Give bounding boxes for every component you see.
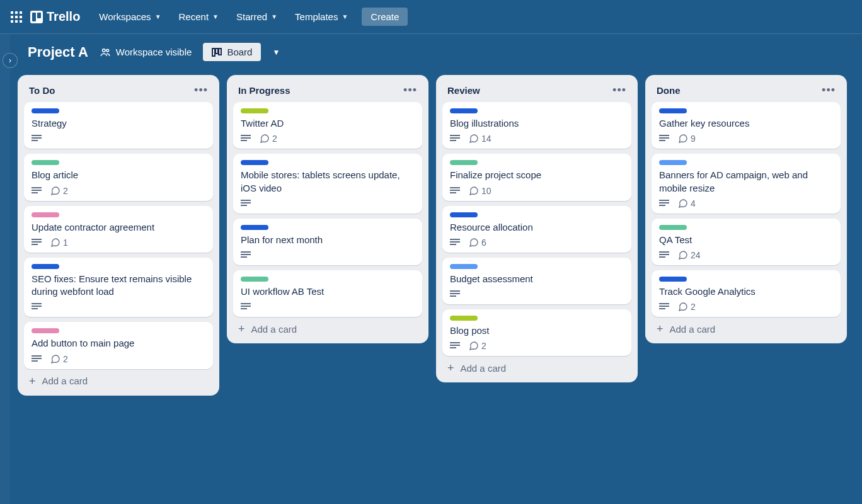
comments-badge: 10 (469, 186, 491, 196)
label-green[interactable] (32, 160, 59, 165)
comments-badge: 9 (678, 134, 696, 144)
card-labels (32, 264, 205, 269)
card[interactable]: Resource allocation6 (442, 206, 631, 253)
card[interactable]: Banners for AD campaign, web and mobile … (652, 154, 841, 214)
nav-starred[interactable]: Starred ▼ (230, 8, 284, 26)
svg-rect-6 (11, 20, 13, 23)
description-icon (659, 302, 669, 312)
nav-recent-label: Recent (179, 11, 209, 22)
nav-templates[interactable]: Templates ▼ (289, 8, 354, 26)
list-menu-button[interactable]: ••• (403, 84, 417, 97)
svg-rect-64 (659, 256, 665, 258)
plus-icon: + (238, 323, 245, 335)
label-blue[interactable] (32, 264, 59, 269)
list-title[interactable]: In Progress (238, 85, 290, 96)
card[interactable]: SEO fixes: Ensure text remains visible d… (24, 258, 213, 318)
add-card-button[interactable]: +Add a card (441, 356, 633, 376)
add-card-button[interactable]: +Add a card (23, 369, 214, 389)
chevron-down-icon: ▼ (212, 13, 219, 20)
card[interactable]: Gather key resources9 (652, 102, 841, 149)
label-yellowgreen[interactable] (450, 316, 478, 321)
visibility-label: Workspace visible (116, 47, 192, 57)
logo[interactable]: Trello (30, 9, 80, 24)
svg-rect-58 (659, 140, 665, 141)
expand-sidebar-button[interactable]: › (3, 53, 18, 68)
board-header: Project A Workspace visible Board ▼ (10, 34, 862, 70)
card[interactable]: Update contractor agreement1 (24, 206, 213, 253)
card-title: Strategy (32, 117, 205, 130)
label-pink[interactable] (32, 328, 59, 333)
card[interactable]: Budget assessment (442, 258, 631, 304)
svg-rect-52 (450, 295, 456, 297)
label-lightblue[interactable] (659, 160, 687, 165)
label-blue[interactable] (450, 212, 478, 217)
nav-recent[interactable]: Recent ▼ (173, 8, 225, 26)
label-green[interactable] (241, 277, 268, 282)
sidebar-collapsed: › (0, 34, 10, 504)
visibility-button[interactable]: Workspace visible (100, 47, 192, 58)
list-menu-button[interactable]: ••• (194, 84, 208, 97)
label-blue[interactable] (450, 108, 478, 113)
card-badges: 2 (450, 341, 624, 351)
card[interactable]: Add button to main page2 (24, 322, 213, 369)
card[interactable]: Strategy (24, 102, 213, 149)
card[interactable]: Blog article2 (24, 154, 213, 200)
nav-workspaces-label: Workspaces (99, 11, 151, 22)
card-title: Twitter AD (241, 117, 415, 130)
card-labels (241, 108, 415, 113)
card-labels (32, 328, 205, 333)
card[interactable]: Blog illustrations14 (442, 102, 631, 149)
card-title: Mobile stores: tablets screens update, i… (241, 169, 415, 195)
description-icon (32, 302, 42, 312)
card[interactable]: Mobile stores: tablets screens update, i… (233, 154, 422, 214)
logo-text: Trello (47, 9, 80, 24)
label-pink[interactable] (32, 212, 59, 217)
svg-rect-25 (32, 308, 38, 309)
card[interactable]: UI workflow AB Test (233, 270, 422, 317)
card-badges: 9 (659, 134, 833, 144)
app-switcher-icon[interactable] (10, 11, 23, 23)
label-blue[interactable] (32, 108, 59, 113)
view-switch-button[interactable]: Board (203, 43, 261, 61)
list-title[interactable]: Done (657, 85, 681, 96)
label-blue[interactable] (659, 277, 687, 282)
plus-icon: + (447, 362, 454, 374)
label-green[interactable] (659, 225, 687, 230)
list-header: In Progress••• (232, 81, 423, 102)
label-yellowgreen[interactable] (241, 108, 268, 113)
card[interactable]: Blog post2 (442, 309, 631, 356)
view-dropdown-button[interactable]: ▼ (272, 48, 280, 57)
svg-rect-53 (450, 342, 460, 343)
card[interactable]: Finalize project scope10 (442, 154, 631, 200)
add-card-button[interactable]: +Add a card (650, 317, 842, 337)
svg-rect-39 (241, 306, 251, 307)
card[interactable]: Plan for next month (233, 219, 422, 265)
board-main: Project A Workspace visible Board ▼ To D… (10, 34, 862, 504)
card-badges (32, 134, 205, 144)
board-title[interactable]: Project A (28, 44, 88, 60)
label-blue[interactable] (241, 225, 268, 230)
list: In Progress•••Twitter AD2Mobile stores: … (227, 75, 428, 343)
card-labels (450, 108, 624, 113)
list-title[interactable]: Review (447, 85, 480, 96)
nav-workspaces[interactable]: Workspaces ▼ (93, 8, 167, 26)
card-badges (450, 289, 624, 299)
comments-badge: 2 (260, 134, 277, 144)
comments-badge: 14 (469, 134, 491, 144)
label-lightblue[interactable] (450, 264, 478, 269)
card[interactable]: Track Google Analytics2 (652, 270, 841, 317)
label-green[interactable] (450, 160, 478, 165)
list-menu-button[interactable]: ••• (822, 84, 836, 97)
card[interactable]: Twitter AD2 (233, 102, 422, 149)
card-badges: 2 (32, 354, 205, 364)
svg-rect-20 (32, 239, 42, 240)
list-menu-button[interactable]: ••• (612, 84, 626, 97)
card[interactable]: QA Test24 (652, 219, 841, 265)
list-title[interactable]: To Do (29, 85, 55, 96)
svg-rect-48 (450, 241, 460, 243)
svg-rect-17 (32, 187, 42, 188)
label-blue[interactable] (659, 108, 687, 113)
add-card-button[interactable]: +Add a card (232, 317, 423, 337)
create-button[interactable]: Create (362, 8, 408, 26)
label-blue[interactable] (241, 160, 268, 165)
